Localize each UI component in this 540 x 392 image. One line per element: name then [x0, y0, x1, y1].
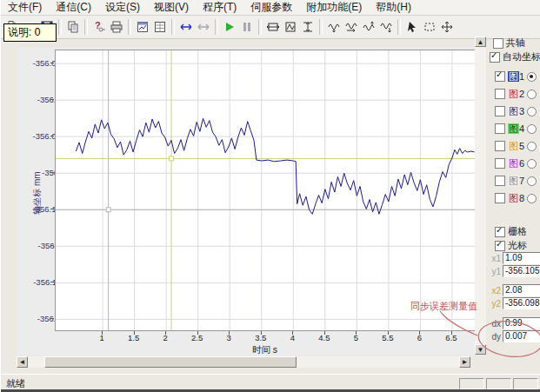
trace-row-5: 图5	[495, 141, 537, 151]
select-region-icon[interactable]	[421, 18, 438, 36]
menu-item[interactable]: 文件(F)	[1, 0, 49, 16]
wave-up-icon[interactable]	[360, 18, 377, 36]
trace-label: 图4	[508, 123, 524, 134]
trace-color-swatch: 图	[508, 106, 519, 116]
trace-row-3: 图3	[495, 106, 537, 116]
trace-color-swatch: 图	[508, 71, 519, 82]
x-tick-mark	[261, 331, 262, 335]
trace-checkbox[interactable]	[495, 123, 505, 134]
x-tick-mark	[229, 331, 230, 335]
trace-number: 1	[519, 71, 524, 82]
checkbox[interactable]	[495, 227, 505, 237]
wave-down-icon[interactable]	[377, 18, 395, 36]
trace-radio[interactable]	[527, 194, 537, 203]
trace-radio[interactable]	[527, 107, 537, 116]
waveform-plot	[56, 50, 476, 330]
trace-checkbox[interactable]	[495, 158, 505, 169]
horizontal-scrollbar-thumb[interactable]	[44, 356, 297, 368]
pointer-icon[interactable]	[403, 18, 421, 36]
start-icon[interactable]	[221, 18, 238, 36]
field-value-y1[interactable]: -356.105	[503, 265, 540, 277]
menu-item[interactable]: 视图(V)	[147, 0, 196, 16]
menu-item[interactable]: 设定(S)	[98, 0, 147, 16]
field-label-dx: dx	[486, 319, 501, 329]
cursor-field-row-y2: y2-356.098	[486, 297, 540, 309]
settings-panel: 共轴自动坐标图1图2图3图4图5图6图7图8栅格光标x11.09y1-356.1…	[486, 35, 540, 365]
disconnect-icon[interactable]	[195, 18, 212, 36]
field-value-dy[interactable]: 0.007	[503, 330, 540, 342]
field-value-x2[interactable]: 2.08	[503, 284, 540, 296]
toolbar-separator	[215, 19, 218, 35]
status-panel	[459, 378, 484, 389]
trace-label: 图6	[508, 158, 524, 169]
menu-item[interactable]: 通信(C)	[49, 0, 98, 16]
y-tick-mark	[50, 282, 54, 282]
checkbox[interactable]	[490, 52, 500, 63]
trace-radio[interactable]	[527, 142, 537, 151]
menu-item[interactable]: 帮助(H)	[369, 0, 418, 16]
trace-checkbox[interactable]	[495, 141, 505, 151]
scroll-right-button[interactable]: ►	[459, 356, 470, 368]
pause-icon[interactable]	[238, 18, 256, 36]
trace-checkbox[interactable]	[495, 71, 505, 82]
pan-icon[interactable]	[438, 18, 456, 36]
trace-checkbox[interactable]	[495, 176, 505, 186]
window-grid-icon[interactable]	[151, 18, 169, 36]
menu-item[interactable]: 程序(T)	[196, 0, 243, 16]
trace-color-swatch: 图	[508, 158, 519, 169]
field-label-y2: y2	[486, 299, 501, 309]
trace-color-swatch: 图	[508, 141, 519, 151]
toolbar-separator	[258, 19, 262, 35]
plot-area[interactable]	[55, 50, 477, 331]
scroll-down-button[interactable]: ▼	[475, 344, 486, 355]
statusbar: 就绪	[1, 374, 540, 390]
connect-icon[interactable]	[177, 18, 195, 36]
x-tick-mark	[356, 331, 357, 335]
scroll-left-button[interactable]: ◄	[17, 356, 28, 368]
menu-item[interactable]: 伺服参数	[243, 0, 299, 16]
trace-label: 图8	[508, 193, 524, 203]
field-value-dx[interactable]: 0.99	[503, 317, 540, 329]
zoom-window-icon[interactable]	[282, 18, 299, 36]
checkbox-row-coaxial: 共轴	[493, 37, 525, 50]
checkbox[interactable]	[493, 38, 503, 49]
copy-icon[interactable]	[64, 18, 82, 36]
help-key-icon[interactable]: ?	[90, 18, 108, 36]
y-tick-mark	[50, 245, 54, 246]
field-value-y2[interactable]: -356.098	[503, 297, 540, 309]
trace-radio[interactable]	[527, 90, 537, 99]
trace-radio[interactable]	[527, 124, 537, 134]
cursor-field-row-dy: dy0.007	[486, 330, 540, 342]
wave-sample-icon[interactable]	[325, 18, 343, 36]
checkbox-label: 共轴	[506, 37, 525, 50]
window-chart-icon[interactable]	[134, 18, 151, 36]
trace-radio[interactable]	[527, 159, 537, 169]
chart-area: 轴坐标 mm -356.085-356.09-356.095-356.1-356…	[17, 48, 475, 355]
menu-item[interactable]: 附加功能(E)	[299, 0, 369, 16]
trace-number: 3	[519, 106, 524, 116]
annotation-label: 同步误差测量值	[410, 300, 477, 313]
checkbox-label: 栅格	[508, 225, 527, 238]
print-icon[interactable]	[108, 18, 125, 36]
trace-checkbox[interactable]	[495, 106, 505, 116]
trace-checkbox[interactable]	[495, 89, 505, 99]
trace-number: 7	[519, 176, 524, 186]
y-tick-mark	[50, 99, 54, 100]
trace-row-1: 图1	[495, 71, 537, 82]
checkbox-label: 光标	[508, 239, 527, 252]
checkbox[interactable]	[495, 241, 505, 251]
zoom-vertical-icon[interactable]	[299, 18, 317, 36]
trace-checkbox[interactable]	[495, 193, 505, 203]
field-value-x1[interactable]: 1.09	[503, 252, 540, 264]
trace-radio[interactable]	[527, 72, 537, 82]
toolbar-separator	[58, 19, 62, 35]
trace-row-7: 图7	[495, 176, 537, 186]
wave-shift-icon[interactable]	[343, 18, 360, 36]
toolbar: ?	[1, 16, 540, 39]
scroll-up-button[interactable]: ▲	[475, 37, 486, 47]
menubar: 文件(F)通信(C)设定(S)视图(V)程序(T)伺服参数附加功能(E)帮助(H…	[1, 0, 540, 16]
trace-radio[interactable]	[527, 176, 537, 186]
x-tick-mark	[388, 331, 389, 335]
x-tick-mark	[134, 331, 135, 335]
zoom-fit-icon[interactable]	[264, 18, 282, 36]
